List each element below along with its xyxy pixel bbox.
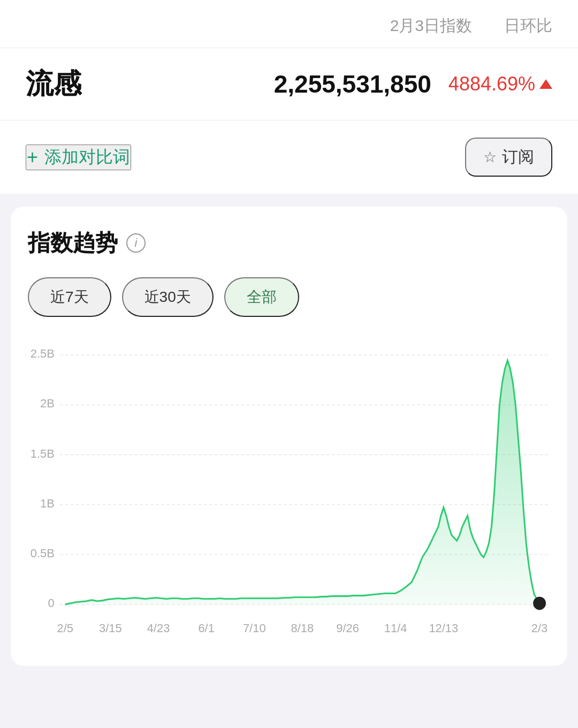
action-row: + 添加对比词 ☆ 订阅	[0, 120, 578, 194]
svg-text:6/1: 6/1	[198, 621, 214, 635]
svg-text:2/5: 2/5	[57, 621, 73, 635]
svg-text:0.5B: 0.5B	[31, 547, 55, 560]
svg-text:11/4: 11/4	[384, 621, 407, 635]
add-compare-button[interactable]: + 添加对比词	[26, 145, 131, 170]
add-compare-label: 添加对比词	[44, 146, 130, 169]
svg-text:1B: 1B	[40, 497, 55, 510]
keyword-row: 流感 2,255,531,850 4884.69%	[0, 48, 578, 120]
subscribe-label: 订阅	[502, 146, 534, 168]
chart-svg: 2.5B 2B 1.5B 1B 0.5B 0 2/5 3/15 4/23 6/1…	[28, 338, 550, 649]
svg-text:0: 0	[48, 596, 55, 610]
header-date: 2月3日指数	[390, 15, 472, 37]
header-compare: 日环比	[504, 15, 552, 37]
svg-text:3/15: 3/15	[99, 621, 122, 635]
keyword-value: 2,255,531,850	[274, 70, 431, 98]
chart-area: 2.5B 2B 1.5B 1B 0.5B 0 2/5 3/15 4/23 6/1…	[28, 338, 550, 649]
svg-text:2B: 2B	[40, 397, 55, 410]
svg-text:8/18: 8/18	[291, 621, 314, 635]
star-icon: ☆	[483, 148, 497, 166]
svg-text:2/3: 2/3	[531, 621, 547, 635]
plus-icon: +	[27, 146, 38, 169]
svg-text:1.5B: 1.5B	[31, 446, 55, 460]
svg-text:7/10: 7/10	[243, 621, 266, 635]
chart-title-row: 指数趋势 i	[28, 228, 550, 258]
tab-30days[interactable]: 近30天	[122, 277, 214, 317]
chart-card: 指数趋势 i 近7天 近30天 全部 2.5B 2B 1.5B 1B 0.5B …	[11, 207, 567, 666]
tab-7days[interactable]: 近7天	[28, 277, 111, 317]
subscribe-button[interactable]: ☆ 订阅	[465, 138, 552, 177]
header-row: 2月3日指数 日环比	[0, 0, 578, 48]
tab-row: 近7天 近30天 全部	[28, 277, 550, 317]
trend-up-icon	[539, 79, 552, 89]
tab-all[interactable]: 全部	[224, 277, 299, 317]
info-icon[interactable]: i	[126, 233, 146, 253]
keyword-change: 4884.69%	[448, 73, 552, 95]
end-dot	[533, 597, 546, 610]
svg-text:4/23: 4/23	[147, 621, 170, 635]
svg-text:12/13: 12/13	[429, 621, 458, 635]
svg-text:2.5B: 2.5B	[31, 347, 55, 360]
change-value: 4884.69%	[448, 73, 535, 95]
keyword-name: 流感	[26, 65, 81, 103]
svg-text:9/26: 9/26	[336, 621, 359, 635]
chart-title: 指数趋势	[28, 228, 118, 258]
svg-marker-22	[65, 360, 539, 604]
